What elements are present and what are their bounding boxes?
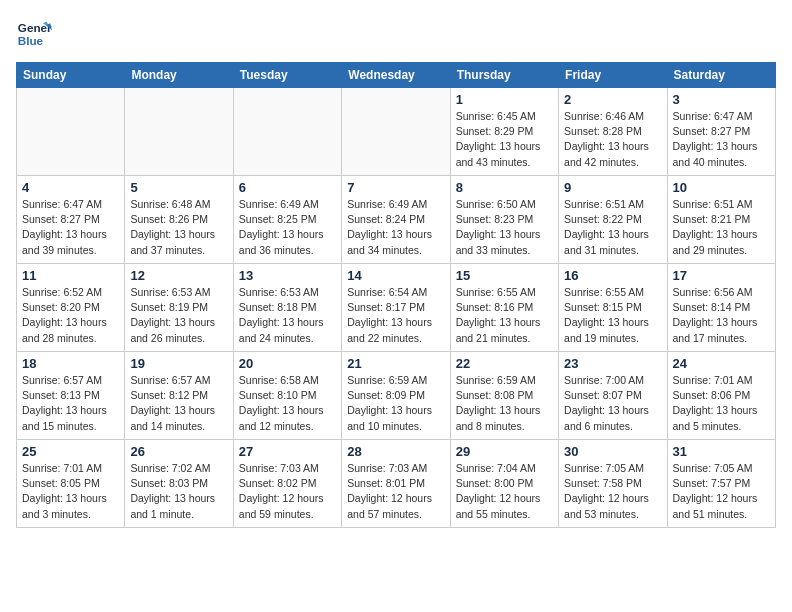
calendar-cell: 6Sunrise: 6:49 AMSunset: 8:25 PMDaylight… (233, 176, 341, 264)
calendar-cell (17, 88, 125, 176)
calendar-cell (342, 88, 450, 176)
day-number: 28 (347, 444, 444, 459)
calendar-cell: 22Sunrise: 6:59 AMSunset: 8:08 PMDayligh… (450, 352, 558, 440)
day-detail: Sunrise: 6:53 AMSunset: 8:18 PMDaylight:… (239, 285, 336, 346)
weekday-header-monday: Monday (125, 63, 233, 88)
day-detail: Sunrise: 7:01 AMSunset: 8:05 PMDaylight:… (22, 461, 119, 522)
day-detail: Sunrise: 6:57 AMSunset: 8:13 PMDaylight:… (22, 373, 119, 434)
day-number: 30 (564, 444, 661, 459)
calendar-cell (233, 88, 341, 176)
day-number: 25 (22, 444, 119, 459)
day-detail: Sunrise: 7:03 AMSunset: 8:01 PMDaylight:… (347, 461, 444, 522)
week-row-3: 11Sunrise: 6:52 AMSunset: 8:20 PMDayligh… (17, 264, 776, 352)
calendar-cell: 4Sunrise: 6:47 AMSunset: 8:27 PMDaylight… (17, 176, 125, 264)
calendar-cell: 11Sunrise: 6:52 AMSunset: 8:20 PMDayligh… (17, 264, 125, 352)
calendar-cell: 31Sunrise: 7:05 AMSunset: 7:57 PMDayligh… (667, 440, 775, 528)
day-number: 31 (673, 444, 770, 459)
calendar-cell: 15Sunrise: 6:55 AMSunset: 8:16 PMDayligh… (450, 264, 558, 352)
calendar-cell: 16Sunrise: 6:55 AMSunset: 8:15 PMDayligh… (559, 264, 667, 352)
day-detail: Sunrise: 6:50 AMSunset: 8:23 PMDaylight:… (456, 197, 553, 258)
calendar-cell: 7Sunrise: 6:49 AMSunset: 8:24 PMDaylight… (342, 176, 450, 264)
day-detail: Sunrise: 7:05 AMSunset: 7:57 PMDaylight:… (673, 461, 770, 522)
calendar-cell: 12Sunrise: 6:53 AMSunset: 8:19 PMDayligh… (125, 264, 233, 352)
day-detail: Sunrise: 7:03 AMSunset: 8:02 PMDaylight:… (239, 461, 336, 522)
day-number: 14 (347, 268, 444, 283)
weekday-header-sunday: Sunday (17, 63, 125, 88)
weekday-header-saturday: Saturday (667, 63, 775, 88)
day-detail: Sunrise: 7:02 AMSunset: 8:03 PMDaylight:… (130, 461, 227, 522)
day-number: 21 (347, 356, 444, 371)
calendar-cell: 13Sunrise: 6:53 AMSunset: 8:18 PMDayligh… (233, 264, 341, 352)
calendar-cell: 9Sunrise: 6:51 AMSunset: 8:22 PMDaylight… (559, 176, 667, 264)
day-detail: Sunrise: 6:49 AMSunset: 8:24 PMDaylight:… (347, 197, 444, 258)
day-number: 18 (22, 356, 119, 371)
day-detail: Sunrise: 6:53 AMSunset: 8:19 PMDaylight:… (130, 285, 227, 346)
calendar-cell: 17Sunrise: 6:56 AMSunset: 8:14 PMDayligh… (667, 264, 775, 352)
weekday-header-friday: Friday (559, 63, 667, 88)
calendar-cell: 10Sunrise: 6:51 AMSunset: 8:21 PMDayligh… (667, 176, 775, 264)
calendar-cell: 21Sunrise: 6:59 AMSunset: 8:09 PMDayligh… (342, 352, 450, 440)
day-number: 27 (239, 444, 336, 459)
day-detail: Sunrise: 6:57 AMSunset: 8:12 PMDaylight:… (130, 373, 227, 434)
calendar-cell: 29Sunrise: 7:04 AMSunset: 8:00 PMDayligh… (450, 440, 558, 528)
calendar-cell (125, 88, 233, 176)
week-row-2: 4Sunrise: 6:47 AMSunset: 8:27 PMDaylight… (17, 176, 776, 264)
calendar-cell: 19Sunrise: 6:57 AMSunset: 8:12 PMDayligh… (125, 352, 233, 440)
day-detail: Sunrise: 6:58 AMSunset: 8:10 PMDaylight:… (239, 373, 336, 434)
calendar-table: SundayMondayTuesdayWednesdayThursdayFrid… (16, 62, 776, 528)
day-number: 29 (456, 444, 553, 459)
day-number: 6 (239, 180, 336, 195)
day-detail: Sunrise: 6:55 AMSunset: 8:16 PMDaylight:… (456, 285, 553, 346)
day-detail: Sunrise: 6:54 AMSunset: 8:17 PMDaylight:… (347, 285, 444, 346)
day-detail: Sunrise: 7:05 AMSunset: 7:58 PMDaylight:… (564, 461, 661, 522)
calendar-cell: 3Sunrise: 6:47 AMSunset: 8:27 PMDaylight… (667, 88, 775, 176)
calendar-cell: 26Sunrise: 7:02 AMSunset: 8:03 PMDayligh… (125, 440, 233, 528)
day-number: 3 (673, 92, 770, 107)
day-detail: Sunrise: 6:51 AMSunset: 8:21 PMDaylight:… (673, 197, 770, 258)
day-number: 16 (564, 268, 661, 283)
day-number: 2 (564, 92, 661, 107)
calendar-cell: 5Sunrise: 6:48 AMSunset: 8:26 PMDaylight… (125, 176, 233, 264)
day-number: 1 (456, 92, 553, 107)
day-number: 10 (673, 180, 770, 195)
calendar-cell: 14Sunrise: 6:54 AMSunset: 8:17 PMDayligh… (342, 264, 450, 352)
calendar-cell: 8Sunrise: 6:50 AMSunset: 8:23 PMDaylight… (450, 176, 558, 264)
day-number: 13 (239, 268, 336, 283)
logo: General Blue (16, 16, 52, 52)
day-detail: Sunrise: 6:47 AMSunset: 8:27 PMDaylight:… (22, 197, 119, 258)
calendar-cell: 30Sunrise: 7:05 AMSunset: 7:58 PMDayligh… (559, 440, 667, 528)
weekday-header-tuesday: Tuesday (233, 63, 341, 88)
week-row-4: 18Sunrise: 6:57 AMSunset: 8:13 PMDayligh… (17, 352, 776, 440)
svg-text:Blue: Blue (18, 34, 44, 47)
page-header: General Blue (16, 16, 776, 52)
day-number: 9 (564, 180, 661, 195)
day-detail: Sunrise: 6:47 AMSunset: 8:27 PMDaylight:… (673, 109, 770, 170)
day-number: 4 (22, 180, 119, 195)
weekday-header-wednesday: Wednesday (342, 63, 450, 88)
day-number: 23 (564, 356, 661, 371)
day-number: 15 (456, 268, 553, 283)
calendar-cell: 23Sunrise: 7:00 AMSunset: 8:07 PMDayligh… (559, 352, 667, 440)
day-detail: Sunrise: 6:59 AMSunset: 8:08 PMDaylight:… (456, 373, 553, 434)
day-number: 11 (22, 268, 119, 283)
calendar-cell: 18Sunrise: 6:57 AMSunset: 8:13 PMDayligh… (17, 352, 125, 440)
day-detail: Sunrise: 6:52 AMSunset: 8:20 PMDaylight:… (22, 285, 119, 346)
day-detail: Sunrise: 6:49 AMSunset: 8:25 PMDaylight:… (239, 197, 336, 258)
weekday-header-thursday: Thursday (450, 63, 558, 88)
day-detail: Sunrise: 6:46 AMSunset: 8:28 PMDaylight:… (564, 109, 661, 170)
calendar-cell: 28Sunrise: 7:03 AMSunset: 8:01 PMDayligh… (342, 440, 450, 528)
weekday-header-row: SundayMondayTuesdayWednesdayThursdayFrid… (17, 63, 776, 88)
calendar-cell: 27Sunrise: 7:03 AMSunset: 8:02 PMDayligh… (233, 440, 341, 528)
day-detail: Sunrise: 6:48 AMSunset: 8:26 PMDaylight:… (130, 197, 227, 258)
calendar-cell: 2Sunrise: 6:46 AMSunset: 8:28 PMDaylight… (559, 88, 667, 176)
logo-icon: General Blue (16, 16, 52, 52)
day-detail: Sunrise: 6:59 AMSunset: 8:09 PMDaylight:… (347, 373, 444, 434)
day-number: 7 (347, 180, 444, 195)
calendar-cell: 20Sunrise: 6:58 AMSunset: 8:10 PMDayligh… (233, 352, 341, 440)
day-detail: Sunrise: 6:51 AMSunset: 8:22 PMDaylight:… (564, 197, 661, 258)
week-row-5: 25Sunrise: 7:01 AMSunset: 8:05 PMDayligh… (17, 440, 776, 528)
day-number: 5 (130, 180, 227, 195)
day-number: 20 (239, 356, 336, 371)
day-detail: Sunrise: 7:01 AMSunset: 8:06 PMDaylight:… (673, 373, 770, 434)
day-detail: Sunrise: 6:56 AMSunset: 8:14 PMDaylight:… (673, 285, 770, 346)
